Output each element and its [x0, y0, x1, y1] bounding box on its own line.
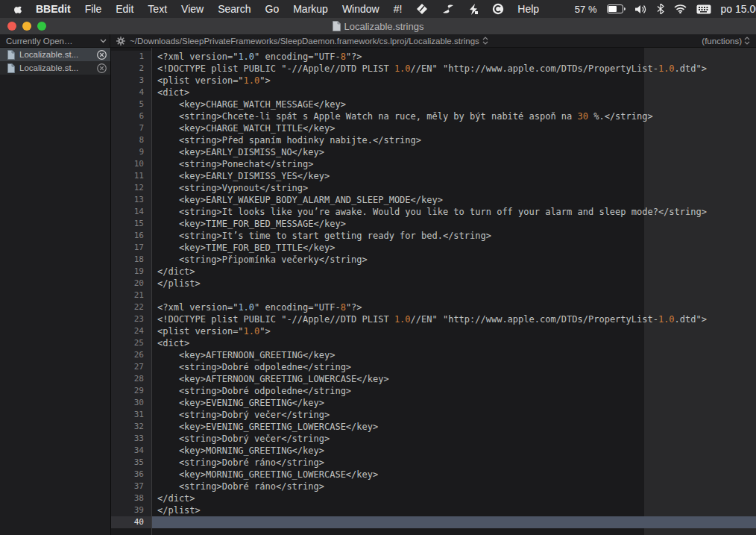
editor-line[interactable]: 21	[111, 290, 756, 301]
editor-line[interactable]: 12 <string>Vypnout</string>	[111, 182, 756, 194]
editor-line[interactable]: 34 <key>MORNING_GREETING</key>	[111, 445, 756, 457]
code-text[interactable]: </plist>	[151, 278, 756, 290]
text-editor[interactable]: 1<?xml version="1.0" encoding="UTF-8"?>2…	[111, 48, 756, 535]
editor-line[interactable]: 31 <string>Dobrý večer</string>	[111, 409, 756, 421]
code-text[interactable]: </dict>	[151, 266, 756, 278]
editor-line[interactable]: 15 <key>TIME_FOR_BED_MESSAGE</key>	[111, 218, 756, 230]
code-text[interactable]	[151, 290, 756, 301]
editor-line[interactable]: 33 <string>Dobrý večer</string>	[111, 433, 756, 445]
keyboard-icon[interactable]	[696, 4, 711, 14]
wifi-icon[interactable]	[674, 4, 687, 13]
code-text[interactable]: <string>Vypnout</string>	[151, 182, 756, 194]
code-text[interactable]: <string>Ponechat</string>	[151, 158, 756, 170]
code-text[interactable]: <key>EARLY_DISMISS_NO</key>	[151, 146, 756, 158]
editor-line[interactable]: 16 <string>It’s time to start getting re…	[111, 230, 756, 242]
editor-line[interactable]: 3<plist version="1.0">	[111, 75, 756, 87]
code-text[interactable]: <key>EVENING_GREETING</key>	[151, 397, 756, 409]
close-file-icon[interactable]	[97, 63, 107, 73]
menu-#![interactable]: #!	[394, 3, 403, 15]
code-text[interactable]	[151, 516, 756, 528]
editor-line[interactable]: 9 <key>EARLY_DISMISS_NO</key>	[111, 146, 756, 158]
functions-dropdown[interactable]: (functions)	[702, 37, 756, 46]
editor-line[interactable]: 39</plist>	[111, 504, 756, 516]
battery-icon[interactable]	[607, 4, 626, 13]
code-text[interactable]: <string>Připomínka večerky</string>	[151, 254, 756, 266]
code-text[interactable]: <string>It’s time to start getting ready…	[151, 230, 756, 242]
close-window-button[interactable]	[7, 22, 16, 31]
code-text[interactable]: <string>Dobré ráno</string>	[151, 481, 756, 492]
code-text[interactable]: <key>CHARGE_WATCH_MESSAGE</key>	[151, 98, 756, 110]
editor-line[interactable]: 38</dict>	[111, 492, 756, 504]
code-text[interactable]: <string>Dobré ráno</string>	[151, 457, 756, 469]
editor-line[interactable]: 37 <string>Dobré ráno</string>	[111, 481, 756, 492]
menu-view[interactable]: View	[181, 3, 204, 15]
editor-line[interactable]: 5 <key>CHARGE_WATCH_MESSAGE</key>	[111, 98, 756, 110]
menu-search[interactable]: Search	[218, 3, 251, 15]
code-text[interactable]: <string>Před spaním hodinky nabijte.</st…	[151, 134, 756, 146]
menu-edit[interactable]: Edit	[116, 3, 133, 15]
editor-line[interactable]: 19</dict>	[111, 266, 756, 278]
code-text[interactable]: <key>EVENING_GREETING_LOWERCASE</key>	[151, 421, 756, 433]
menu-clock[interactable]: po 15.00	[721, 3, 756, 15]
menu-help[interactable]: Help	[517, 3, 539, 15]
editor-line[interactable]: 6 <string>Chcete-li spát s Apple Watch n…	[111, 110, 756, 122]
editor-line[interactable]: 26 <key>AFTERNOON_GREETING</key>	[111, 349, 756, 361]
code-text[interactable]: <plist version="1.0">	[151, 75, 756, 87]
editor-line[interactable]: 13 <key>EARLY_WAKEUP_BODY_ALARM_AND_SLEE…	[111, 194, 756, 206]
clippings-c-icon[interactable]	[492, 3, 504, 15]
zoom-window-button[interactable]	[37, 22, 46, 31]
editor-line[interactable]: 2<!DOCTYPE plist PUBLIC "-//Apple//DTD P…	[111, 63, 756, 75]
code-text[interactable]: <plist version="1.0">	[151, 325, 756, 337]
menu-text[interactable]: Text	[148, 3, 167, 15]
scripts-diamond-icon[interactable]	[416, 3, 428, 15]
code-text[interactable]: <?xml version="1.0" encoding="UTF-8"?>	[151, 51, 756, 63]
battery-percent[interactable]: 57 %	[575, 4, 597, 15]
editor-line[interactable]: 23<!DOCTYPE plist PUBLIC "-//Apple//DTD …	[111, 313, 756, 325]
menu-window[interactable]: Window	[342, 3, 379, 15]
sidebar-item-open-file[interactable]: Localizable.st...	[0, 61, 110, 75]
editor-line[interactable]: 20</plist>	[111, 278, 756, 290]
menu-markup[interactable]: Markup	[293, 3, 328, 15]
close-file-icon[interactable]	[97, 50, 107, 60]
code-text[interactable]: <dict>	[151, 87, 756, 98]
editor-line[interactable]: 24<plist version="1.0">	[111, 325, 756, 337]
code-text[interactable]: <key>MORNING_GREETING</key>	[151, 445, 756, 457]
code-text[interactable]: <key>EARLY_DISMISS_YES</key>	[151, 170, 756, 182]
code-text[interactable]: <string>It looks like you’re awake. Woul…	[151, 206, 756, 218]
editor-line[interactable]: 1<?xml version="1.0" encoding="UTF-8"?>	[111, 51, 756, 63]
code-text[interactable]: <?xml version="1.0" encoding="UTF-8"?>	[151, 301, 756, 313]
gear-icon[interactable]	[116, 37, 125, 46]
volume-icon[interactable]	[635, 4, 647, 14]
code-text[interactable]: <key>TIME_FOR_BED_TITLE</key>	[151, 242, 756, 254]
code-text[interactable]: <string>Dobrý večer</string>	[151, 409, 756, 421]
editor-line[interactable]: 30 <key>EVENING_GREETING</key>	[111, 397, 756, 409]
code-text[interactable]: <dict>	[151, 337, 756, 349]
file-path-control[interactable]: ~/Downloads/SleepPrivateFrameworks/Sleep…	[130, 37, 702, 46]
editor-line[interactable]: 40	[111, 516, 756, 528]
code-text[interactable]: <key>EARLY_WAKEUP_BODY_ALARM_AND_SLEEP_M…	[151, 194, 756, 206]
code-text[interactable]: <string>Chcete-li spát s Apple Watch na …	[151, 110, 756, 122]
editor-line[interactable]: 29 <string>Dobré odpoledne</string>	[111, 385, 756, 397]
sidebar-header-dropdown[interactable]: Currently Open…	[0, 34, 110, 47]
editor-line[interactable]: 32 <key>EVENING_GREETING_LOWERCASE</key>	[111, 421, 756, 433]
editor-line[interactable]: 11 <key>EARLY_DISMISS_YES</key>	[111, 170, 756, 182]
editor-line[interactable]: 8 <string>Před spaním hodinky nabijte.</…	[111, 134, 756, 146]
editor-line[interactable]: 7 <key>CHARGE_WATCH_TITLE</key>	[111, 122, 756, 134]
editor-line[interactable]: 28 <key>AFTERNOON_GREETING_LOWERCASE</ke…	[111, 373, 756, 385]
code-text[interactable]: </dict>	[151, 492, 756, 504]
lightning-icon[interactable]	[468, 4, 479, 15]
minimize-window-button[interactable]	[22, 22, 31, 31]
code-text[interactable]: <key>MORNING_GREETING_LOWERCASE</key>	[151, 469, 756, 481]
apple-menu-icon[interactable]	[13, 4, 23, 15]
editor-line[interactable]: 18 <string>Připomínka večerky</string>	[111, 254, 756, 266]
code-text[interactable]: <key>TIME_FOR_BED_MESSAGE</key>	[151, 218, 756, 230]
code-text[interactable]: <key>AFTERNOON_GREETING</key>	[151, 349, 756, 361]
editor-line[interactable]: 27 <string>Dobré odpoledne</string>	[111, 361, 756, 373]
editor-line[interactable]: 35 <string>Dobré ráno</string>	[111, 457, 756, 469]
menu-file[interactable]: File	[85, 3, 102, 15]
editor-line[interactable]: 25<dict>	[111, 337, 756, 349]
code-text[interactable]: <string>Dobré odpoledne</string>	[151, 385, 756, 397]
code-text[interactable]: <key>AFTERNOON_GREETING_LOWERCASE</key>	[151, 373, 756, 385]
editor-line[interactable]: 17 <key>TIME_FOR_BED_TITLE</key>	[111, 242, 756, 254]
editor-line[interactable]: 10 <string>Ponechat</string>	[111, 158, 756, 170]
